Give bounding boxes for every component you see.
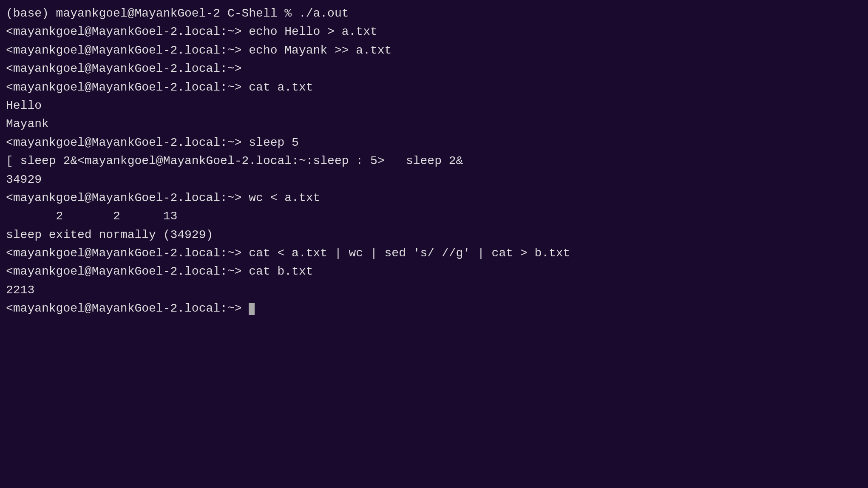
terminal-line-15: <mayankgoel@MayankGoel-2.local:~> cat b.… bbox=[6, 262, 862, 281]
terminal-line-16: 2213 bbox=[6, 281, 862, 299]
terminal-line-6: Hello bbox=[6, 96, 862, 115]
terminal-line-11: <mayankgoel@MayankGoel-2.local:~> wc < a… bbox=[6, 189, 862, 207]
terminal-line-8: <mayankgoel@MayankGoel-2.local:~> sleep … bbox=[6, 133, 862, 152]
terminal-line-12: 2 2 13 bbox=[6, 207, 862, 225]
terminal-line-13: sleep exited normally (34929) bbox=[6, 226, 862, 244]
terminal-line-14: <mayankgoel@MayankGoel-2.local:~> cat < … bbox=[6, 244, 862, 262]
terminal-window: (base) mayankgoel@MayankGoel-2 C-Shell %… bbox=[0, 0, 868, 488]
terminal-line-4: <mayankgoel@MayankGoel-2.local:~> bbox=[6, 60, 862, 78]
terminal-line-3: <mayankgoel@MayankGoel-2.local:~> echo M… bbox=[6, 41, 862, 60]
terminal-line-1: (base) mayankgoel@MayankGoel-2 C-Shell %… bbox=[6, 4, 862, 23]
terminal-cursor bbox=[249, 303, 255, 315]
terminal-prompt-active[interactable]: <mayankgoel@MayankGoel-2.local:~> bbox=[6, 299, 862, 318]
terminal-line-5: <mayankgoel@MayankGoel-2.local:~> cat a.… bbox=[6, 78, 862, 96]
terminal-line-7: Mayank bbox=[6, 115, 862, 133]
terminal-line-10: 34929 bbox=[6, 170, 862, 189]
terminal-line-2: <mayankgoel@MayankGoel-2.local:~> echo H… bbox=[6, 23, 862, 41]
terminal-line-9: [ sleep 2&<mayankgoel@MayankGoel-2.local… bbox=[6, 152, 862, 170]
terminal-prompt-text: <mayankgoel@MayankGoel-2.local:~> bbox=[6, 302, 249, 315]
